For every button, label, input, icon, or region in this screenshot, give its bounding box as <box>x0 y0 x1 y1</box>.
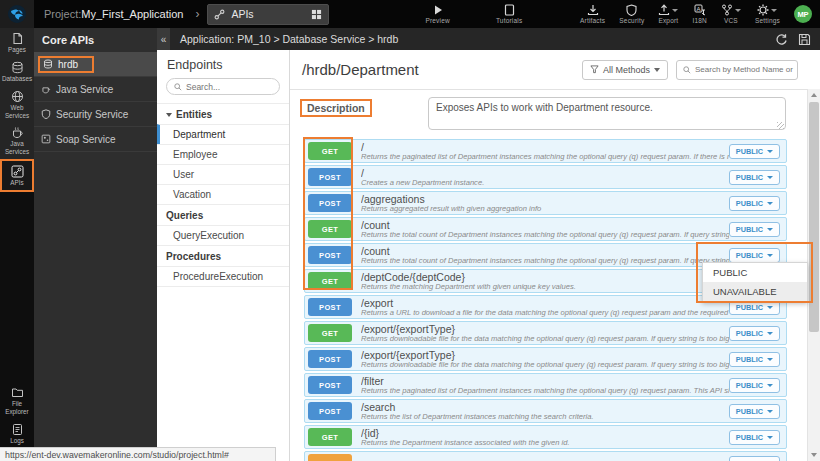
api-endpoint-row[interactable]: GET /{id} Returns the Department instanc… <box>304 425 787 449</box>
document-icon <box>504 4 515 16</box>
description-textarea[interactable]: Exposes APIs to work with Department res… <box>428 97 786 130</box>
access-dropdown-button[interactable]: PUBLIC <box>729 248 780 263</box>
grid-icon[interactable] <box>311 9 322 20</box>
scroll-up-arrow[interactable] <box>808 89 820 101</box>
download-icon <box>587 4 599 16</box>
artifacts-button[interactable]: Artifacts <box>580 4 605 24</box>
access-dropdown-button[interactable]: PUBLIC <box>729 222 780 237</box>
endpoint-item-procedureexecution[interactable]: ProcedureExecution <box>157 266 289 287</box>
dropdown-option-unavailable[interactable]: UNAVAILABLE <box>703 282 807 301</box>
caret-down-icon <box>767 202 773 205</box>
api-endpoint-row[interactable]: GET / Returns the paginated list of Depa… <box>304 139 787 163</box>
api-endpoint-row[interactable]: POST /export/{exportType} Returns downlo… <box>304 347 787 371</box>
core-api-item-security-service[interactable]: Security Service <box>34 102 157 127</box>
page-title: /hrdb/Department <box>302 61 419 78</box>
endpoints-search-input[interactable] <box>186 82 266 92</box>
endpoint-item-queryexecution[interactable]: QueryExecution <box>157 225 289 245</box>
vertical-scrollbar[interactable] <box>807 89 820 461</box>
main-header: /hrdb/Department All Methods <box>290 50 820 90</box>
sidebar-item-file-explorer[interactable]: File Explorer <box>0 382 34 419</box>
tab-apis[interactable]: APIs <box>207 4 329 25</box>
sidebar-item-apis[interactable]: APIs <box>0 159 34 192</box>
coffee-icon <box>41 84 51 94</box>
logs-icon <box>11 423 24 436</box>
access-dropdown-button[interactable]: PUBLIC <box>729 196 780 211</box>
core-api-item-hrdb[interactable]: hrdb <box>34 52 157 77</box>
database-icon <box>43 59 53 69</box>
access-dropdown-button[interactable]: PUBLIC <box>729 144 780 159</box>
endpoint-description: Returns aggregated result with given agg… <box>361 205 729 214</box>
settings-button[interactable]: Settings <box>755 4 780 24</box>
endpoints-panel: Endpoints Entities Department Employee U… <box>157 50 290 461</box>
user-avatar[interactable]: MP <box>794 5 812 23</box>
endpoints-group-procedures[interactable]: Procedures <box>157 245 289 266</box>
api-icon <box>214 9 225 20</box>
security-button[interactable]: Security <box>619 4 644 24</box>
core-api-item-java-service[interactable]: Java Service <box>34 77 157 102</box>
access-value: PUBLIC <box>736 329 763 338</box>
export-button[interactable]: Export <box>658 4 678 24</box>
access-dropdown-button[interactable]: PUBLIC <box>729 170 780 185</box>
core-apis-title: Core APIs <box>34 28 157 52</box>
endpoint-item-employee[interactable]: Employee <box>157 144 289 164</box>
endpoints-group-entities[interactable]: Entities <box>157 103 289 124</box>
endpoints-group-queries[interactable]: Queries <box>157 204 289 225</box>
api-endpoint-row[interactable]: POST /search Returns the list of Departm… <box>304 399 787 423</box>
core-api-item-label: Security Service <box>56 109 128 120</box>
api-endpoint-row[interactable]: GET /export/{exportType} Returns downloa… <box>304 321 787 345</box>
wavemaker-logo[interactable] <box>0 0 34 28</box>
preview-button[interactable]: Preview <box>425 4 450 24</box>
coffee-icon <box>11 126 24 139</box>
endpoint-path: / <box>361 167 729 179</box>
sidebar-item-pages[interactable]: Pages <box>0 28 34 57</box>
project-name[interactable]: Project:My_First_Application <box>44 8 183 20</box>
endpoint-item-user[interactable]: User <box>157 164 289 184</box>
all-methods-filter-button[interactable]: All Methods <box>582 60 668 80</box>
http-method-badge: POST <box>308 402 352 420</box>
sidebar-item-java-services[interactable]: Java Services <box>0 122 34 159</box>
access-value: PUBLIC <box>736 407 763 416</box>
status-bar: https://ent-dev.wavemakeronline.com/stud… <box>0 447 276 461</box>
access-dropdown-button[interactable]: PUBLIC <box>729 326 780 341</box>
access-dropdown-button[interactable]: PUBLIC <box>729 404 780 419</box>
api-endpoint-row[interactable]: POST /aggregations Returns aggregated re… <box>304 191 787 215</box>
endpoint-path: /aggregations <box>361 193 729 205</box>
api-endpoint-row[interactable]: PUT PUBLIC <box>304 451 787 461</box>
access-dropdown-button[interactable]: PUBLIC <box>729 456 780 461</box>
vcs-button[interactable]: VCS <box>721 4 741 24</box>
access-value: PUBLIC <box>736 433 763 442</box>
save-icon[interactable] <box>798 33 811 46</box>
endpoints-search[interactable] <box>166 78 280 95</box>
method-search[interactable] <box>676 60 798 80</box>
pages-icon <box>11 32 24 45</box>
core-api-item-soap-service[interactable]: Soap Service <box>34 127 157 152</box>
access-dropdown-button[interactable]: PUBLIC <box>729 378 780 393</box>
http-method-badge: POST <box>308 298 352 316</box>
sidebar-item-web-services[interactable]: Web Services <box>0 86 34 123</box>
endpoint-description: Creates a new Department instance. <box>361 179 729 188</box>
endpoint-item-vacation[interactable]: Vacation <box>157 184 289 204</box>
sidebar-item-logs[interactable]: Logs <box>0 419 34 448</box>
globe-icon <box>11 90 24 103</box>
http-method-badge: POST <box>308 194 352 212</box>
method-search-input[interactable] <box>695 65 795 74</box>
caret-down-icon <box>771 9 777 12</box>
access-value: PUBLIC <box>736 199 763 208</box>
access-dropdown-button[interactable]: PUBLIC <box>729 430 780 445</box>
access-dropdown-button[interactable]: PUBLIC <box>729 352 780 367</box>
scrollbar-thumb[interactable] <box>809 102 819 332</box>
tutorials-button[interactable]: Tutorials <box>496 4 522 24</box>
api-endpoint-row[interactable]: POST / Creates a new Department instance… <box>304 165 787 189</box>
refresh-icon[interactable] <box>775 33 788 46</box>
collapse-panel-button[interactable]: « <box>157 28 170 50</box>
dropdown-option-public[interactable]: PUBLIC <box>703 263 807 282</box>
shield-icon <box>41 109 51 119</box>
access-value: PUBLIC <box>736 225 763 234</box>
i18n-button[interactable]: A I18N <box>692 4 707 24</box>
endpoint-item-department[interactable]: Department <box>157 124 289 144</box>
upload-icon <box>658 4 670 16</box>
api-endpoint-row[interactable]: POST /filter Returns the paginated list … <box>304 373 787 397</box>
core-api-item-label: hrdb <box>58 59 78 70</box>
sidebar-item-databases[interactable]: Databases <box>0 57 34 86</box>
api-endpoint-row[interactable]: GET /count Returns the total count of De… <box>304 217 787 241</box>
